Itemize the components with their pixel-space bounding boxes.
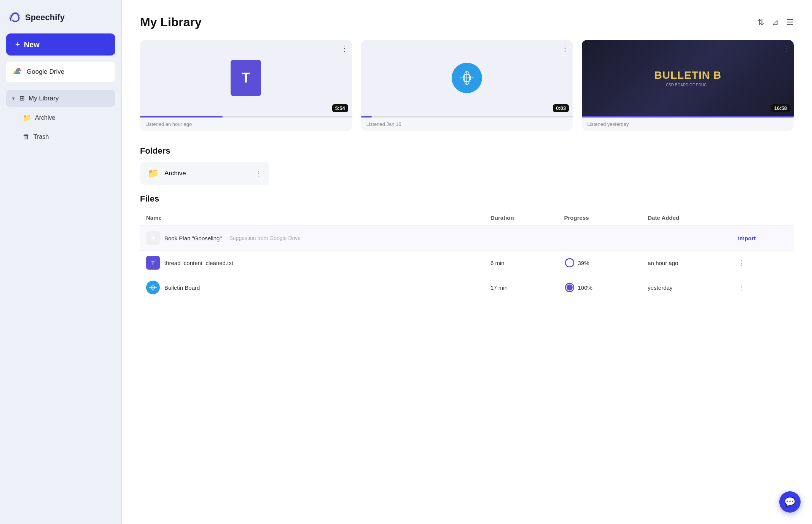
card-menu-bulletin[interactable]: ⋮: [782, 44, 790, 53]
card-menu-js[interactable]: ⋮: [561, 44, 569, 53]
main-content: My Library ⇅ ⊿ ☰ ⋮ T 5:54 Listened an ho…: [122, 0, 812, 524]
card-footer-js: Listened Jan 16: [361, 118, 573, 131]
thread-progress-cell: 39%: [558, 251, 642, 275]
bulletin-progress-cell: 100%: [558, 275, 642, 300]
folder-menu-button[interactable]: ⋮: [255, 169, 262, 178]
chat-icon: 💬: [784, 497, 796, 507]
table-row-thread[interactable]: T thread_content_cleaned.txt 6 min 39% a…: [140, 251, 794, 275]
files-section-title: Files: [140, 194, 794, 204]
bulletin-name-cell: Bulletin Board: [140, 275, 484, 300]
duration-badge-thread: 5:54: [332, 104, 348, 112]
card-bulletin-board[interactable]: ⋮ BULLETIN B CSD BOARD OF EDUC... 16:58 …: [582, 40, 794, 131]
bulletin-duration: 17 min: [484, 275, 558, 300]
card-listened-bulletin: Listened yesterday: [587, 121, 788, 127]
col-actions: [732, 210, 794, 226]
bulletin-image: BULLETIN B CSD BOARD OF EDUC...: [582, 40, 794, 116]
suggestion-file-name: ✦ Book Plan "Gooseling" · Suggestion fro…: [146, 231, 478, 245]
col-duration: Duration: [484, 210, 558, 226]
my-library-label: My Library: [29, 95, 59, 102]
suggestion-name-text: Book Plan "Gooseling": [164, 235, 222, 241]
thread-file-icon: T: [146, 256, 160, 270]
google-drive-icon: [12, 67, 22, 77]
card-thumbnail-bulletin: BULLETIN B CSD BOARD OF EDUC... 16:58: [582, 40, 794, 116]
chevron-down-icon: ▾: [12, 95, 15, 101]
thread-duration: 6 min: [484, 251, 558, 275]
bulletin-date: yesterday: [642, 275, 732, 300]
new-button-label: New: [24, 40, 40, 49]
thread-date: an hour ago: [642, 251, 732, 275]
sidebar-item-archive[interactable]: 📁 Archive: [6, 110, 115, 126]
thread-row-menu[interactable]: ⋮: [738, 259, 745, 267]
bulletin-progress-circle: [564, 282, 575, 293]
progress-bar-bulletin: [582, 116, 794, 118]
thread-progress-circle: [564, 257, 575, 268]
sidebar: Speechify + New Google Drive ▾ ⊞ My Libr…: [0, 0, 122, 524]
thread-file-name: T thread_content_cleaned.txt: [146, 256, 478, 270]
import-button[interactable]: Import: [738, 235, 756, 241]
suggestion-date: [642, 226, 732, 251]
bulletin-row-menu[interactable]: ⋮: [738, 283, 745, 292]
files-table-header: Name Duration Progress Date Added: [140, 210, 794, 226]
google-drive-label: Google Drive: [27, 68, 64, 76]
speechify-logo-icon: [8, 11, 21, 24]
bulletin-file-name: Bulletin Board: [146, 281, 478, 294]
sidebar-item-my-library[interactable]: ▾ ⊞ My Library: [6, 90, 115, 107]
folders-section-title: Folders: [140, 146, 794, 156]
google-drive-button[interactable]: Google Drive: [6, 62, 115, 82]
archive-label: Archive: [35, 114, 55, 121]
folder-item-left: 📁 Archive: [148, 168, 186, 179]
card-menu-thread[interactable]: ⋮: [341, 44, 348, 53]
progress-fill-js: [361, 116, 372, 118]
bulletin-title-text: BULLETIN B: [654, 69, 721, 81]
library-icon: ⊞: [19, 94, 25, 102]
progress-bar-js: [361, 116, 573, 118]
svg-point-7: [565, 259, 574, 267]
suggestion-hint: · Suggestion from Google Drive: [226, 235, 301, 241]
trash-icon: 🗑: [23, 133, 30, 141]
suggestion-progress: [558, 226, 642, 251]
sort-icon[interactable]: ⇅: [757, 17, 764, 27]
folder-archive-item[interactable]: 📁 Archive ⋮: [140, 162, 269, 185]
duration-badge-bulletin: 16:58: [771, 104, 790, 112]
app-name: Speechify: [25, 13, 65, 22]
suggestion-row[interactable]: ✦ Book Plan "Gooseling" · Suggestion fro…: [140, 226, 794, 251]
page-header: My Library ⇅ ⊿ ☰: [140, 15, 794, 29]
new-button[interactable]: + New: [6, 33, 115, 56]
chat-button[interactable]: 💬: [779, 491, 801, 513]
card-footer-bulletin: Listened yesterday: [582, 118, 794, 131]
archive-folder-icon: 📁: [148, 168, 159, 179]
archive-folder-label: Archive: [164, 170, 186, 177]
files-table: Name Duration Progress Date Added ✦ Book…: [140, 210, 794, 300]
card-footer-thread: Listened an hour ago: [140, 118, 352, 131]
bulletin-progress-label: 100%: [578, 284, 592, 291]
txt-file-icon: T: [231, 60, 261, 96]
web-file-icon: [452, 63, 482, 93]
thread-name-text: thread_content_cleaned.txt: [164, 260, 233, 266]
thread-menu-cell: ⋮: [732, 251, 794, 275]
logo-area: Speechify: [6, 8, 115, 30]
thread-progress-label: 39%: [578, 260, 589, 266]
card-js-site[interactable]: ⋮ 0:03 Listened Jan 16: [361, 40, 573, 131]
sidebar-item-trash[interactable]: 🗑 Trash: [6, 129, 115, 144]
col-date-added: Date Added: [642, 210, 732, 226]
recent-cards-row: ⋮ T 5:54 Listened an hour ago ⋮ 0:03: [140, 40, 794, 131]
page-title: My Library: [140, 15, 202, 29]
view-toggle-icon[interactable]: ☰: [786, 17, 794, 27]
plus-icon: +: [15, 40, 20, 49]
bulletin-sub-text: CSD BOARD OF EDUC...: [666, 83, 710, 87]
thread-name-cell: T thread_content_cleaned.txt: [140, 251, 484, 275]
table-row-bulletin[interactable]: Bulletin Board 17 min 100% yesterday: [140, 275, 794, 300]
card-thread-content[interactable]: ⋮ T 5:54 Listened an hour ago: [140, 40, 352, 131]
duration-badge-js: 0:03: [553, 104, 569, 112]
card-thumbnail-js: 0:03: [361, 40, 573, 116]
bulletin-progress: 100%: [564, 282, 636, 293]
suggestion-duration: [484, 226, 558, 251]
progress-fill-bulletin: [582, 116, 794, 118]
col-progress: Progress: [558, 210, 642, 226]
col-name: Name: [140, 210, 484, 226]
card-thumbnail-thread: T 5:54: [140, 40, 352, 116]
filter-icon[interactable]: ⊿: [772, 17, 779, 27]
suggestion-name-cell: ✦ Book Plan "Gooseling" · Suggestion fro…: [140, 226, 484, 251]
card-listened-js: Listened Jan 16: [366, 121, 568, 127]
header-actions: ⇅ ⊿ ☰: [757, 17, 794, 27]
